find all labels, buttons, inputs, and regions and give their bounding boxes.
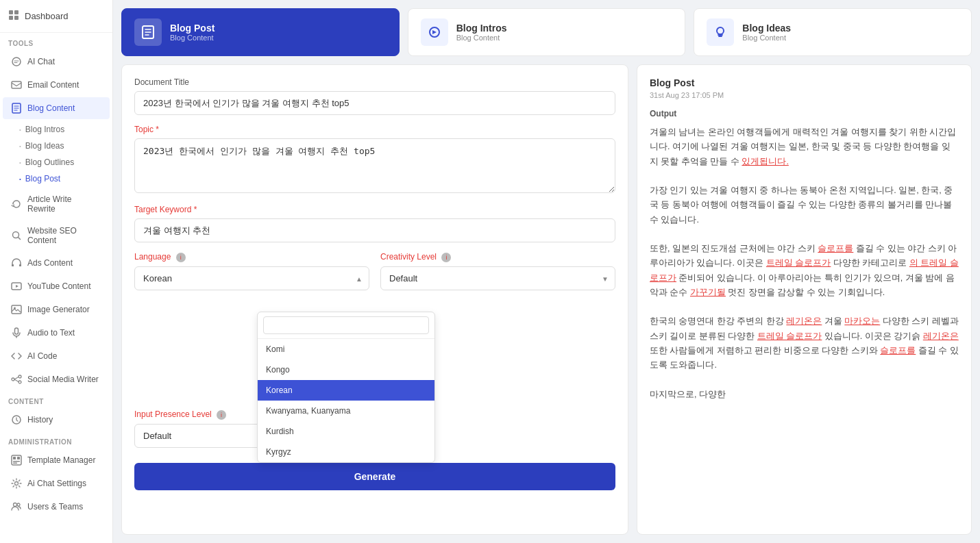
sidebar-item-blog-post[interactable]: Blog Post — [0, 171, 112, 187]
sidebar-item-blog-outlines[interactable]: Blog Outlines — [0, 154, 112, 171]
language-select[interactable]: Korean — [134, 266, 369, 290]
blog-intros-card-icon — [421, 18, 448, 46]
users-icon — [11, 501, 22, 512]
card-blog-intros-sub: Blog Content — [456, 34, 507, 42]
svg-point-25 — [14, 503, 17, 507]
card-blog-intros[interactable]: Blog Intros Blog Content — [408, 8, 686, 56]
svg-rect-8 — [12, 264, 14, 266]
svg-point-15 — [19, 375, 21, 378]
ai-chat-label: AI Chat — [27, 57, 55, 66]
dropdown-item-korean[interactable]: Korean — [258, 380, 434, 401]
tools-section-label: TOOLS — [0, 33, 112, 50]
output-date: 31st Aug 23 17:05 PM — [650, 91, 959, 99]
svg-point-24 — [15, 482, 19, 485]
sidebar-item-website-seo[interactable]: Website SEO Content — [3, 220, 110, 251]
blog-post-label: Blog Post — [25, 174, 60, 184]
main-content: Blog Post Blog Content Blog Intros Blog … — [113, 0, 980, 543]
blog-sub-menu: Blog Intros Blog Ideas Blog Outlines Blo… — [0, 120, 112, 188]
audio-icon — [11, 327, 22, 338]
svg-rect-21 — [17, 457, 20, 459]
output-text: 겨울의 남녀는 온라인 여행객들에게 매력적인 겨울 여행지를 찾기 위한 시간… — [650, 125, 959, 402]
output-link-1: 있게됩니다. — [742, 157, 788, 166]
template-icon — [11, 455, 22, 466]
dropdown-item-komi[interactable]: Komi — [258, 339, 434, 359]
audio-label: Audio to Text — [27, 328, 75, 338]
svg-rect-22 — [13, 461, 20, 462]
card-blog-ideas-title: Blog Ideas — [742, 23, 791, 34]
keyword-input[interactable] — [134, 218, 615, 242]
sidebar-item-email-content[interactable]: Email Content — [3, 74, 110, 96]
settings-icon — [11, 478, 22, 489]
chat-icon — [11, 56, 22, 67]
social-icon — [11, 374, 22, 385]
sidebar-item-history[interactable]: History — [3, 409, 110, 431]
sidebar-item-ai-chat[interactable]: AI Chat — [3, 51, 110, 73]
ads-content-label: Ads Content — [27, 258, 73, 268]
blog-intros-label: Blog Intros — [25, 125, 64, 134]
creativity-select[interactable]: Default — [380, 266, 615, 290]
card-blog-post[interactable]: Blog Post Blog Content — [121, 8, 400, 56]
card-blog-post-title: Blog Post — [170, 23, 215, 34]
youtube-label: YouTube Content — [27, 281, 91, 291]
output-panel: Blog Post 31st Aug 23 17:05 PM Output 겨울… — [637, 64, 972, 535]
language-info-icon[interactable]: i — [176, 253, 186, 262]
sidebar-item-social-media[interactable]: Social Media Writer — [3, 368, 110, 390]
language-dropdown: Komi Kongo Korean Kwanyama, Kuanyama Kur… — [257, 312, 435, 463]
content-area: Document Title Topic * 2023년 한국에서 인기가 많을… — [113, 64, 980, 543]
dropdown-item-kwanyama[interactable]: Kwanyama, Kuanyama — [258, 401, 434, 421]
svg-rect-23 — [13, 463, 17, 464]
language-creativity-row: Language i Korean ▲ Creativity Level i — [134, 252, 615, 300]
language-group: Language i Korean ▲ — [134, 252, 369, 290]
card-blog-ideas[interactable]: Blog Ideas Blog Content — [694, 8, 972, 56]
svg-rect-13 — [15, 328, 19, 334]
output-link-2: 슬로프를 — [818, 244, 853, 253]
output-link-9: 레기온은 — [923, 331, 959, 341]
sidebar-item-ads-content[interactable]: Ads Content — [3, 252, 110, 274]
keyword-label: Target Keyword * — [134, 205, 615, 214]
output-link-3: 트레일 슬로프가 — [766, 258, 831, 268]
svg-rect-5 — [12, 81, 21, 88]
sidebar-item-article-rewrite[interactable]: Article Write Rewrite — [3, 189, 110, 219]
output-link-6: 레기온은 — [786, 316, 822, 326]
sidebar-item-blog-content[interactable]: Blog Content — [3, 97, 110, 119]
sidebar-item-ai-code[interactable]: AI Code — [3, 345, 110, 367]
sidebar-item-users-teams[interactable]: Users & Teams — [3, 496, 110, 518]
sidebar-item-template-manager[interactable]: Template Manager — [3, 449, 110, 471]
sidebar-item-youtube[interactable]: YouTube Content — [3, 275, 110, 297]
dropdown-item-kongo[interactable]: Kongo — [258, 359, 434, 380]
keyword-group: Target Keyword * — [134, 205, 615, 242]
svg-rect-20 — [13, 457, 16, 459]
website-seo-label: Website SEO Content — [27, 226, 101, 245]
history-label: History — [27, 415, 53, 425]
svg-point-26 — [17, 503, 20, 506]
sidebar-item-image-generator[interactable]: Image Generator — [3, 299, 110, 320]
dashboard-icon — [8, 10, 19, 23]
sidebar-item-ai-chat-settings[interactable]: Ai Chat Settings — [3, 472, 110, 494]
blog-outlines-label: Blog Outlines — [25, 157, 74, 167]
top-cards: Blog Post Blog Content Blog Intros Blog … — [113, 0, 980, 64]
sidebar-item-blog-intros[interactable]: Blog Intros — [0, 121, 112, 138]
dropdown-item-kyrgyz[interactable]: Kyrgyz — [258, 442, 434, 462]
seo-icon — [11, 230, 22, 241]
sidebar-item-audio-to-text[interactable]: Audio to Text — [3, 322, 110, 344]
presence-info-icon[interactable]: i — [217, 410, 226, 420]
article-rewrite-label: Article Write Rewrite — [27, 194, 101, 214]
svg-point-17 — [12, 378, 14, 381]
blog-ideas-label: Blog Ideas — [25, 141, 64, 151]
topic-input[interactable]: 2023년 한국에서 인기가 많을 겨울 여행지 추천 top5 — [134, 138, 615, 193]
svg-point-29 — [717, 27, 724, 34]
generate-button[interactable]: Generate — [134, 463, 615, 490]
doc-title-input[interactable] — [134, 91, 615, 115]
template-manager-label: Template Manager — [27, 455, 95, 465]
dropdown-item-kurdish[interactable]: Kurdish — [258, 421, 434, 442]
email-label: Email Content — [27, 80, 79, 90]
svg-point-4 — [12, 58, 21, 66]
sidebar-item-blog-ideas[interactable]: Blog Ideas — [0, 138, 112, 154]
card-blog-ideas-sub: Blog Content — [742, 34, 791, 42]
dropdown-search-wrapper — [258, 312, 434, 339]
svg-point-16 — [19, 381, 21, 383]
dropdown-search-input[interactable] — [263, 316, 429, 334]
creativity-info-icon[interactable]: i — [441, 253, 451, 262]
rewrite-icon — [11, 199, 22, 210]
sidebar-item-dashboard[interactable]: Dashboard — [0, 0, 112, 33]
